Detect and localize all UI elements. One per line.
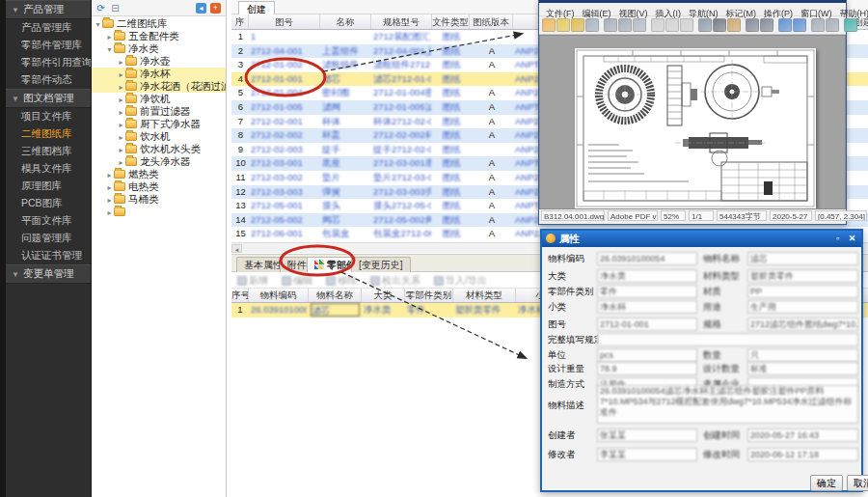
collapse-node-icon[interactable]: ◂ — [196, 3, 206, 14]
sidebar-item-11[interactable]: PCB图库 — [6, 195, 91, 212]
sidebar-item-15[interactable]: ▼变更单管理 — [6, 264, 91, 284]
sidebar-item-2[interactable]: 零部件管理库 — [6, 37, 91, 54]
column-header[interactable]: 序号 — [231, 289, 249, 302]
sidebar-item-4[interactable]: 零部件动态 — [6, 71, 91, 89]
field-value[interactable] — [597, 333, 858, 346]
viewer-menu-8[interactable]: 窗口(W) — [797, 7, 836, 21]
sidebar-item-5[interactable]: ▼图文档管理 — [6, 89, 91, 108]
tree-node-1[interactable]: ▸五金配件类 — [92, 30, 226, 42]
field-value[interactable]: 2712滤芯组件图纸dwg7*10.MP534 — [747, 318, 858, 331]
sidebar-item-13[interactable]: 问题管理库 — [6, 230, 91, 247]
column-header[interactable]: 序号 — [231, 14, 249, 29]
tree-node-14[interactable]: ▸马桶类 — [92, 193, 226, 206]
column-header[interactable]: 大类 — [362, 289, 405, 302]
column-header[interactable]: 零部件类别 — [405, 289, 453, 302]
sidebar-item-0[interactable]: ▼产品管理 — [6, 0, 91, 19]
parts-toolbar-button-3[interactable]: 移除 — [326, 274, 357, 287]
tree-node-11[interactable]: ▸龙头净水器 — [92, 155, 226, 168]
field-value[interactable]: 零件 — [597, 285, 697, 298]
chevron-collapsed-icon[interactable]: ▸ — [105, 207, 114, 219]
tree-node-10[interactable]: ▸饮水机水头类 — [92, 143, 226, 155]
field-value[interactable]: 净水类 — [597, 269, 697, 283]
tree-node-9[interactable]: ▸饮水机 — [92, 130, 226, 143]
refresh-icon[interactable]: ⟳ — [95, 2, 107, 14]
field-value[interactable]: 净水杯 — [597, 300, 697, 314]
table-cell: 接头 — [322, 199, 370, 212]
maximize-icon[interactable]: ▫ — [831, 233, 844, 245]
sidebar-item-1[interactable]: 产品管理库 — [6, 19, 91, 37]
viewer-menu-1[interactable]: 文件(F) — [542, 7, 579, 21]
add-node-icon[interactable]: + — [210, 3, 221, 14]
tree-node-7[interactable]: ▸前置过滤器 — [92, 105, 226, 118]
cancel-button[interactable]: 取消 — [847, 475, 868, 491]
column-header[interactable]: 规格型号 — [371, 14, 432, 29]
viewer-menu-4[interactable]: 插入(I) — [652, 7, 686, 21]
field-value[interactable]: 李某某 — [597, 448, 697, 461]
sidebar-item-12[interactable]: 平面文件库 — [6, 212, 91, 230]
tree-node-6[interactable]: ▸净饮机 — [92, 93, 226, 105]
field-value[interactable]: 只 — [747, 348, 858, 362]
tree-node-label: 燃热类 — [128, 168, 159, 179]
sidebar-item-8[interactable]: 三维图档库 — [6, 143, 91, 160]
field-value[interactable]: 生产用 — [747, 300, 858, 314]
field-value[interactable]: 塑胶类零件 — [747, 269, 858, 283]
column-header[interactable]: 物料名称 — [309, 289, 362, 302]
tree-node-4[interactable]: ▸净水杯 — [92, 68, 226, 80]
field-value[interactable]: PP — [747, 285, 858, 298]
sidebar-item-3[interactable]: 零部件引用查询 — [6, 54, 91, 71]
field-value[interactable]: 2020-05-27 16:43 — [747, 428, 858, 442]
column-header[interactable]: 图号 — [249, 14, 320, 29]
viewer-menu-7[interactable]: 操作(P) — [760, 7, 797, 21]
viewer-menu-5[interactable]: 导航(N) — [685, 7, 722, 21]
sidebar-item-14[interactable]: 认证证书管理 — [6, 247, 91, 264]
column-header[interactable]: 名称 — [320, 14, 371, 29]
column-header[interactable]: 文件类型 — [432, 14, 470, 29]
sidebar-item-9[interactable]: 模具文件库 — [6, 160, 91, 178]
parts-toolbar-button-2[interactable]: 编辑 — [282, 274, 312, 287]
viewer-menu-6[interactable]: 标记(M) — [722, 7, 761, 21]
field-value[interactable]: 张某某 — [597, 428, 697, 442]
viewer-menu-2[interactable]: 编辑(E) — [579, 7, 615, 21]
field-value[interactable]: 标准 — [747, 362, 858, 375]
sidebar-item-10[interactable]: 原理图库 — [6, 178, 91, 195]
field-value[interactable]: 2020-06-12 17:18 — [747, 448, 858, 461]
tree-node-3[interactable]: ▸净水壶 — [92, 55, 226, 68]
parts-toolbar-button-1[interactable]: 新增 — [237, 274, 268, 287]
viewer-menu-9[interactable]: 帮助(H) — [836, 7, 868, 21]
tree-node-12[interactable]: ▸燃热类 — [92, 168, 226, 180]
tree-node-13[interactable]: ▸电热类 — [92, 180, 226, 193]
field-value[interactable]: 26.03910100054 — [597, 252, 697, 265]
expand-all-icon[interactable]: ⊟ — [109, 2, 122, 14]
table-cell: 15 — [233, 227, 248, 240]
tree-node-2[interactable]: ▾净水类 — [92, 42, 226, 55]
table-cell[interactable]: 滤芯 — [311, 303, 360, 317]
tree-node-label: 饮水机 — [140, 130, 171, 142]
field-value[interactable]: 26.03910100054滤芯净水杯主滤芯组件塑胶注塑件PP原料7*10.MP… — [597, 385, 858, 424]
field-value[interactable]: 78.9 — [597, 362, 697, 375]
field-value[interactable]: 滤芯 — [747, 252, 858, 265]
field-value[interactable]: 2712-01-001 — [597, 318, 697, 331]
table-cell: 上盖组件 — [322, 44, 370, 58]
sidebar-item-7[interactable]: 二维图纸库 — [6, 125, 91, 143]
sidebar-item-6[interactable]: 项目文件库 — [6, 108, 91, 125]
scroll-left-button[interactable]: ◂ — [231, 244, 242, 253]
table-cell: 图纸 — [434, 44, 469, 58]
tree-node-5[interactable]: ▸净水花洒（花洒过滤器） — [92, 80, 226, 93]
dialog-titlebar[interactable]: 属性 ▫ ✕ — [542, 231, 861, 247]
viewer-menu-3[interactable]: 视图(V) — [615, 7, 652, 21]
tree-node-0[interactable]: ▾二维图纸库 — [92, 17, 226, 30]
tree-node-15[interactable]: ▸ — [92, 206, 226, 218]
close-icon[interactable]: ✕ — [846, 233, 858, 245]
parts-toolbar-button-5[interactable]: 导入/导出 — [434, 274, 487, 287]
detail-tab-4[interactable]: [变更历史] — [351, 257, 411, 272]
viewer-canvas[interactable] — [539, 35, 846, 209]
table-cell: 7 — [233, 115, 248, 128]
column-header[interactable]: 材料类型 — [453, 289, 516, 302]
field-value[interactable]: pcs — [597, 348, 697, 362]
column-header[interactable]: 物料编码 — [249, 289, 309, 302]
ok-button[interactable]: 确定 — [810, 475, 843, 491]
tree-node-8[interactable]: ▸厨下式净水器 — [92, 118, 226, 130]
parts-toolbar-button-4[interactable]: 检出关系 — [370, 274, 420, 287]
column-header[interactable]: 图纸版本 — [470, 14, 513, 29]
table-cell: 图纸 — [434, 30, 469, 43]
